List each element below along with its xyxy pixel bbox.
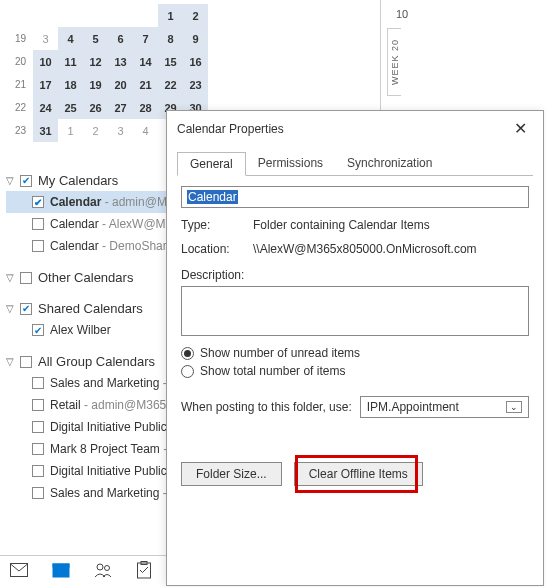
checkbox[interactable]: ✔ (32, 324, 44, 336)
chevron-down-icon: ⌄ (506, 401, 522, 413)
folder-name-input[interactable]: Calendar (181, 186, 529, 208)
checkbox[interactable] (32, 399, 44, 411)
calendar-day[interactable]: 25 (58, 96, 83, 119)
folder-size-button[interactable]: Folder Size... (181, 462, 282, 486)
svg-point-5 (105, 565, 110, 570)
day-number: 10 (396, 8, 408, 20)
close-icon[interactable]: ✕ (508, 117, 533, 140)
calendar-day[interactable]: 20 (108, 73, 133, 96)
calendar-day[interactable]: 18 (58, 73, 83, 96)
tab-general[interactable]: General (177, 152, 246, 176)
posting-select[interactable]: IPM.Appointment ⌄ (360, 396, 529, 418)
calendar-day[interactable]: 27 (108, 96, 133, 119)
svg-rect-3 (55, 570, 58, 573)
checkbox[interactable] (32, 487, 44, 499)
checkbox[interactable]: ✔ (20, 175, 32, 187)
week-badge[interactable]: WEEK 20 (387, 28, 401, 96)
calendar-day[interactable]: 6 (108, 27, 133, 50)
svg-rect-2 (53, 563, 70, 567)
description-input[interactable] (181, 286, 529, 336)
description-label: Description: (181, 268, 244, 282)
type-label: Type: (181, 218, 253, 232)
chevron-down-icon: ▽ (6, 272, 20, 283)
clear-offline-button[interactable]: Clear Offline Items (294, 462, 423, 486)
calendar-day[interactable]: 9 (183, 27, 208, 50)
calendar-day[interactable]: 28 (133, 96, 158, 119)
type-value: Folder containing Calendar Items (253, 218, 430, 232)
dialog-title: Calendar Properties (177, 122, 284, 136)
calendar-icon[interactable] (52, 562, 70, 582)
radio-unread-items[interactable] (181, 347, 194, 360)
calendar-day[interactable]: 1 (58, 119, 83, 142)
checkbox[interactable] (32, 240, 44, 252)
checkbox[interactable] (32, 421, 44, 433)
calendar-day[interactable]: 12 (83, 50, 108, 73)
schedule-view: 10 (380, 0, 546, 110)
calendar-day[interactable]: 7 (133, 27, 158, 50)
calendar-day[interactable]: 3 (108, 119, 133, 142)
checkbox[interactable] (20, 272, 32, 284)
calendar-day[interactable]: 19 (83, 73, 108, 96)
calendar-day[interactable]: 17 (33, 73, 58, 96)
calendar-properties-dialog: Calendar Properties ✕ General Permission… (166, 110, 544, 586)
mail-icon[interactable] (10, 563, 28, 581)
calendar-day[interactable]: 26 (83, 96, 108, 119)
calendar-day[interactable]: 15 (158, 50, 183, 73)
calendar-day[interactable]: 3 (33, 27, 58, 50)
calendar-day[interactable]: 5 (83, 27, 108, 50)
checkbox[interactable] (32, 377, 44, 389)
chevron-down-icon: ▽ (6, 303, 20, 314)
calendar-day[interactable]: 22 (158, 73, 183, 96)
calendar-day[interactable]: 4 (58, 27, 83, 50)
calendar-day[interactable]: 8 (158, 27, 183, 50)
checkbox[interactable] (20, 356, 32, 368)
chevron-down-icon: ▽ (6, 356, 20, 367)
calendar-day[interactable]: 13 (108, 50, 133, 73)
checkbox[interactable] (32, 465, 44, 477)
calendar-day[interactable]: 16 (183, 50, 208, 73)
location-label: Location: (181, 242, 253, 256)
svg-point-4 (97, 564, 103, 570)
calendar-day[interactable]: 21 (133, 73, 158, 96)
checkbox[interactable]: ✔ (20, 303, 32, 315)
checkbox[interactable] (32, 443, 44, 455)
tab-synchronization[interactable]: Synchronization (335, 152, 444, 175)
chevron-down-icon: ▽ (6, 175, 20, 186)
posting-label: When posting to this folder, use: (181, 400, 352, 414)
dialog-tabs: General Permissions Synchronization (177, 152, 533, 176)
calendar-day[interactable]: 2 (83, 119, 108, 142)
calendar-day[interactable]: 14 (133, 50, 158, 73)
tasks-icon[interactable] (136, 561, 152, 583)
calendar-day[interactable]: 23 (183, 73, 208, 96)
calendar-day[interactable]: 10 (33, 50, 58, 73)
checkbox[interactable]: ✔ (32, 196, 44, 208)
location-value: \\AlexW@M365x805000.OnMicrosoft.com (253, 242, 477, 256)
people-icon[interactable] (94, 562, 112, 582)
calendar-day[interactable]: 24 (33, 96, 58, 119)
svg-rect-0 (11, 563, 28, 576)
calendar-day[interactable]: 11 (58, 50, 83, 73)
radio-total-items[interactable] (181, 365, 194, 378)
tab-permissions[interactable]: Permissions (246, 152, 335, 175)
checkbox[interactable] (32, 218, 44, 230)
calendar-day[interactable]: 4 (133, 119, 158, 142)
calendar-day[interactable]: 31 (33, 119, 58, 142)
